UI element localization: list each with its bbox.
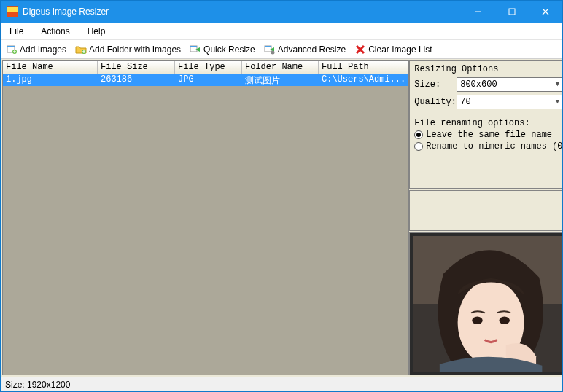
quality-selector[interactable]: 70 ▼ (457, 95, 563, 109)
radio-icon (414, 142, 423, 151)
preview-info-panel (409, 190, 563, 231)
resizing-options-title: Resizing Options (414, 64, 563, 74)
size-label: Size: (414, 79, 455, 90)
radio-icon (414, 130, 423, 139)
cell-file-type: JPG (175, 74, 242, 86)
content-area: File Name File Size File Type Folder Nam… (1, 59, 562, 377)
radio-same-label: Leave the same file name (426, 130, 552, 140)
grid-body[interactable] (3, 86, 408, 375)
add-images-label: Add Images (20, 44, 66, 55)
clear-list-icon (354, 44, 366, 55)
resizing-options-panel: Resizing Options Size: 800x600 ▼ Quality… (409, 60, 563, 189)
toolbar: Add Images Add Folder with Images Quick … (1, 40, 562, 59)
window-title: Digeus Image Resizer (23, 7, 462, 17)
quick-resize-icon (190, 44, 201, 55)
svg-point-23 (472, 317, 482, 324)
radio-same-name[interactable]: Leave the same file name (414, 130, 563, 140)
add-images-icon (6, 44, 18, 55)
chevron-down-icon: ▼ (556, 81, 559, 88)
col-folder-name[interactable]: Folder Name (242, 61, 319, 74)
cell-file-name: 1.jpg (3, 74, 98, 86)
clear-list-label: Clear Image List (368, 44, 432, 55)
chevron-down-icon: ▼ (556, 98, 559, 106)
col-file-size[interactable]: File Size (98, 61, 175, 74)
preview-image (413, 236, 563, 372)
menu-help[interactable]: Help (83, 25, 110, 38)
cell-folder-name: 测试图片 (242, 74, 319, 86)
svg-point-16 (271, 50, 274, 54)
rename-options-title: File renaming options: (414, 118, 563, 128)
quick-resize-button[interactable]: Quick Resize (187, 42, 257, 57)
quality-label: Quality: (414, 97, 455, 107)
svg-rect-13 (190, 46, 197, 47)
add-images-button[interactable]: Add Images (4, 42, 69, 57)
size-value: 800x600 (460, 79, 497, 90)
maximize-button[interactable] (495, 1, 529, 23)
add-folder-label: Add Folder with Images (89, 44, 181, 55)
table-row[interactable]: 1.jpg 263186 JPG 测试图片 C:\Users\Admi... (3, 74, 408, 86)
file-list[interactable]: File Name File Size File Type Folder Nam… (2, 60, 409, 375)
cell-file-size: 263186 (98, 74, 175, 86)
menu-file[interactable]: File (5, 25, 28, 38)
svg-rect-1 (509, 9, 515, 15)
menu-actions[interactable]: Actions (36, 25, 74, 38)
advanced-resize-icon (264, 44, 276, 55)
add-folder-icon (75, 44, 87, 55)
radio-numeric-name[interactable]: Rename to nimeric names (00, 01, ... (414, 141, 563, 152)
size-selector[interactable]: 800x600 ▼ (457, 77, 563, 92)
statusbar: Size: 1920x1200 (1, 377, 562, 391)
quick-resize-label: Quick Resize (203, 44, 255, 55)
cell-full-path: C:\Users\Admi... (319, 74, 408, 86)
titlebar: Digeus Image Resizer (1, 1, 562, 23)
clear-list-button[interactable]: Clear Image List (352, 42, 434, 57)
minimize-button[interactable] (462, 1, 495, 23)
grid-header: File Name File Size File Type Folder Nam… (3, 61, 408, 74)
app-icon (7, 6, 18, 17)
col-file-name[interactable]: File Name (3, 61, 98, 74)
status-text: Size: 1920x1200 (5, 380, 70, 390)
svg-rect-5 (7, 46, 15, 47)
close-button[interactable] (529, 1, 562, 23)
advanced-resize-button[interactable]: Advanced Resize (262, 42, 348, 57)
radio-numeric-label: Rename to nimeric names (00, 01, ... (426, 141, 563, 152)
col-file-type[interactable]: File Type (175, 61, 242, 74)
right-panel: Resizing Options Size: 800x600 ▼ Quality… (409, 60, 563, 375)
svg-rect-15 (265, 46, 271, 47)
svg-point-24 (500, 317, 510, 324)
advanced-resize-label: Advanced Resize (278, 44, 346, 55)
menubar: File Actions Help (1, 23, 562, 40)
col-full-path[interactable]: Full Path (319, 61, 408, 74)
preview-image-panel (409, 232, 563, 375)
quality-value: 70 (460, 97, 470, 107)
add-folder-button[interactable]: Add Folder with Images (73, 42, 183, 57)
